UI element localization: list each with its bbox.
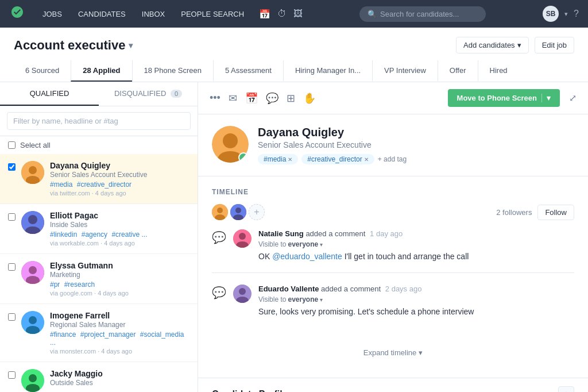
visibility-caret-icon-eduardo[interactable]: ▾ xyxy=(320,297,323,303)
tab-hired[interactable]: Hired xyxy=(478,60,519,82)
candidate-item-dayana[interactable]: Dayana Quigley Senior Sales Account Exec… xyxy=(0,154,198,204)
candidate-checkbox-imogene[interactable] xyxy=(8,313,16,321)
tag-media: #media ✕ xyxy=(258,154,298,164)
disqualified-badge: 0 xyxy=(171,90,182,98)
comment-time-natalie: 1 day ago xyxy=(370,229,403,238)
title-caret-icon[interactable]: ▾ xyxy=(129,41,133,50)
schedule-icon[interactable]: 📅 xyxy=(245,92,258,105)
tab-hiring-manager[interactable]: Hiring Manager In... xyxy=(283,60,372,82)
more-options-icon[interactable]: ••• xyxy=(210,92,220,104)
candidate-item-jacky[interactable]: Jacky Maggio Outside Sales xyxy=(0,362,198,392)
comment-body-eduardo: Eduardo Vallente added a comment 2 days … xyxy=(258,285,574,316)
comment-action-natalie: added a comment xyxy=(305,229,365,238)
comment-bubble-icon-2: 💬 xyxy=(212,286,226,316)
nav-right: SB ▾ ? xyxy=(543,6,579,22)
search-placeholder: Search for candidates... xyxy=(380,10,459,18)
nav-inbox[interactable]: INBOX xyxy=(136,6,171,22)
candidate-tags-elliott: #linkedin #agency #creative ... xyxy=(50,230,189,239)
candidate-item-imogene[interactable]: Imogene Farrell Regional Sales Manager #… xyxy=(0,304,198,362)
left-panel: QUALIFIED DISQUALIFIED 0 Select all xyxy=(0,82,198,392)
visibility-scope-natalie: everyone xyxy=(288,240,318,248)
pipeline-tabs: 6 Sourced 28 Applied 18 Phone Screen 5 A… xyxy=(14,60,574,82)
comment-natalie: 💬 Natalie Sung added a comment 1 day ago xyxy=(212,229,574,273)
tab-sourced[interactable]: 6 Sourced xyxy=(14,60,71,82)
tag-creative-director: #creative_director ✕ xyxy=(301,154,374,164)
move-to-phone-screen-button[interactable]: Move to Phone Screen ▾ xyxy=(448,89,560,107)
tab-applied[interactable]: 28 Applied xyxy=(71,60,131,82)
candidate-source-imogene: via monster.com · 4 days ago xyxy=(50,348,189,355)
candidate-name-dayana: Dayana Quigley xyxy=(50,161,189,170)
candidate-item-elyssa[interactable]: Elyssa Gutmann Marketing #pr #research v… xyxy=(0,254,198,304)
user-caret-icon[interactable]: ▾ xyxy=(564,10,568,18)
page-title: Account executive ▾ xyxy=(14,38,133,53)
expand-panel-icon[interactable]: ⤢ xyxy=(569,93,577,103)
nav-jobs[interactable]: JOBS xyxy=(37,6,68,22)
edit-job-button[interactable]: Edit job xyxy=(535,37,574,53)
search-box[interactable]: 🔍 Search for candidates... xyxy=(359,6,486,22)
expand-timeline-button[interactable]: Expand timeline ▾ xyxy=(212,339,574,366)
add-tag-button[interactable]: + add tag xyxy=(378,155,407,163)
svg-point-19 xyxy=(217,207,223,213)
select-all-checkbox[interactable] xyxy=(8,141,16,149)
candidate-checkbox-dayana[interactable] xyxy=(8,163,16,171)
image-nav-icon[interactable]: 🖼 xyxy=(293,9,303,20)
timeline-label: TIMELINE xyxy=(212,188,574,196)
comment-bubble-icon-1: 💬 xyxy=(212,230,226,261)
nav-candidates[interactable]: CANDIDATES xyxy=(72,6,131,22)
candidate-checkbox-jacky[interactable] xyxy=(8,371,16,379)
help-icon[interactable]: ? xyxy=(574,9,579,19)
comment-avatar-natalie xyxy=(233,229,252,248)
search-icon: 🔍 xyxy=(368,10,377,18)
user-avatar[interactable]: SB xyxy=(543,6,559,22)
profile-scroll-up-button[interactable]: ▲ xyxy=(558,386,574,392)
move-btn-label: Move to Phone Screen xyxy=(457,94,537,102)
calendar-nav-icon[interactable]: 📅 xyxy=(259,9,270,20)
comment-body-natalie: Natalie Sung added a comment 1 day ago V… xyxy=(258,229,574,261)
follower-avatar-1 xyxy=(212,204,228,220)
comment-text-after-natalie: I'll get in touch and arrange the call xyxy=(345,252,469,261)
tab-offer[interactable]: Offer xyxy=(438,60,478,82)
add-follower-button[interactable]: + xyxy=(249,204,265,220)
qualified-tab[interactable]: QUALIFIED xyxy=(0,82,99,106)
visibility-caret-icon-natalie[interactable]: ▾ xyxy=(320,241,323,248)
disqualify-icon[interactable]: ✋ xyxy=(303,92,316,105)
right-toolbar: ••• ✉ 📅 💬 ⊞ ✋ Move to Phone Screen ▾ ⤢ xyxy=(198,82,588,114)
svg-point-16 xyxy=(223,133,238,148)
filter-input[interactable] xyxy=(7,112,191,130)
comment-text-natalie: OK @eduardo_vallente I'll get in touch a… xyxy=(258,252,574,261)
candidate-item-elliott[interactable]: Elliott Pagac Inside Sales #linkedin #ag… xyxy=(0,204,198,254)
candidate-checkbox-elyssa[interactable] xyxy=(8,263,16,271)
candidate-info-dayana: Dayana Quigley Senior Sales Account Exec… xyxy=(50,161,189,197)
remove-tag-media[interactable]: ✕ xyxy=(288,156,292,163)
logo-icon[interactable] xyxy=(9,4,25,24)
nav-people-search[interactable]: PEOPLE SEARCH xyxy=(175,6,250,22)
candidate-title-imogene: Regional Sales Manager xyxy=(50,321,189,329)
expand-timeline-caret-icon: ▾ xyxy=(419,348,423,357)
disqualified-tab[interactable]: DISQUALIFIED 0 xyxy=(99,82,198,106)
clock-nav-icon[interactable]: ⏱ xyxy=(277,9,287,20)
comment-header-eduardo: Eduardo Vallente added a comment 2 days … xyxy=(258,285,574,293)
add-candidates-button[interactable]: Add candidates ▾ xyxy=(456,37,529,53)
tab-vp-interview[interactable]: VP Interview xyxy=(372,60,438,82)
candidate-avatar-imogene xyxy=(21,311,44,334)
scorecard-icon[interactable]: ⊞ xyxy=(287,92,295,105)
comment-header-natalie: Natalie Sung added a comment 1 day ago xyxy=(258,229,574,238)
candidate-title-dayana: Senior Sales Account Executive xyxy=(50,171,189,179)
candidate-checkbox-elliott[interactable] xyxy=(8,213,16,221)
email-icon[interactable]: ✉ xyxy=(229,92,237,105)
candidate-source-elliott: via workable.com · 4 days ago xyxy=(50,240,189,247)
tab-assessment[interactable]: 5 Assessment xyxy=(213,60,283,82)
candidate-detail-tags: #media ✕ #creative_director ✕ + add tag xyxy=(258,154,574,164)
tab-phone-screen[interactable]: 18 Phone Screen xyxy=(132,60,213,82)
candidate-name-elliott: Elliott Pagac xyxy=(50,211,189,220)
remove-tag-creative-director[interactable]: ✕ xyxy=(364,156,369,163)
comment-icon[interactable]: 💬 xyxy=(266,92,278,105)
candidate-name-jacky: Jacky Maggio xyxy=(50,369,189,378)
candidate-detail-header: ✓ Dayana Quigley Senior Sales Account Ex… xyxy=(198,114,588,176)
followers-row: + 2 followers Follow xyxy=(212,204,574,220)
svg-point-22 xyxy=(235,207,241,213)
candidate-detail-title: Senior Sales Account Executive xyxy=(258,140,574,149)
follow-button[interactable]: Follow xyxy=(537,205,574,220)
svg-point-13 xyxy=(29,374,37,382)
comment-action-eduardo: added a comment xyxy=(321,285,381,293)
